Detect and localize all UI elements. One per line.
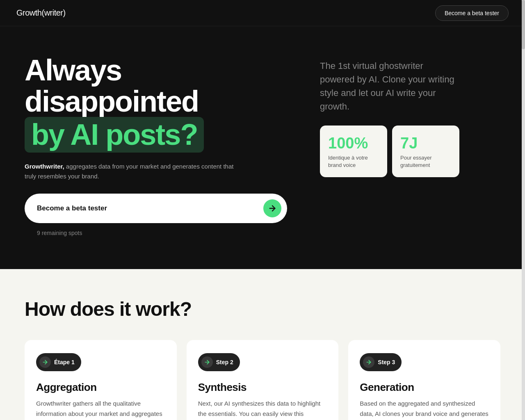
step-badge-3: Step 3	[360, 353, 402, 371]
hero-brand-name: Growthwriter,	[25, 163, 64, 170]
stat-card-1: 100% Identique à votre brand voice	[320, 126, 387, 177]
arrow-right-icon	[263, 199, 281, 217]
step-arrow-icon-2	[201, 356, 213, 368]
hero-subtitle: Growthwriter, aggregates data from your …	[25, 162, 238, 181]
step-arrow-icon-3	[363, 356, 374, 368]
stat-label-2: Pour essayer gratuitement	[400, 154, 451, 169]
logo-light: (writer)	[41, 8, 65, 17]
hero-right: The 1st virtual ghostwriter powered by A…	[320, 55, 459, 177]
stat-card-2: 7J Pour essayer gratuitement	[392, 126, 459, 177]
remaining-spots: 9 remaining spots	[37, 230, 295, 236]
scrollbar[interactable]	[522, 0, 525, 420]
step-name-3: Generation	[360, 381, 489, 394]
step-label-3: Step 3	[378, 359, 395, 365]
step-label-2: Step 2	[216, 359, 233, 365]
stat-label-1: Identique à votre brand voice	[328, 154, 379, 169]
scrollbar-thumb[interactable]	[522, 0, 525, 49]
steps-grid: Étape 1 Aggregation Growthwriter gathers…	[25, 340, 500, 420]
step-badge-1: Étape 1	[36, 353, 81, 371]
logo-bold: Growth	[16, 8, 41, 17]
hero-section: Always disappointed by AI posts? Growthw…	[0, 26, 525, 269]
step-desc-3: Based on the aggregated and synthesized …	[360, 399, 489, 420]
hero-title-line1: Always disappointed	[25, 54, 199, 118]
step-desc-2: Next, our AI synthesizes this data to hi…	[198, 399, 327, 420]
step-name-2: Synthesis	[198, 381, 327, 394]
step-label-1: Étape 1	[54, 359, 75, 365]
stat-value-2: 7J	[400, 135, 451, 151]
stat-cards: 100% Identique à votre brand voice 7J Po…	[320, 126, 459, 177]
hero-left: Always disappointed by AI posts? Growthw…	[25, 55, 295, 236]
step-card-1: Étape 1 Aggregation Growthwriter gathers…	[25, 340, 177, 420]
stat-value-1: 100%	[328, 135, 379, 151]
navbar: Growth(writer) Become a beta tester	[0, 0, 525, 26]
logo: Growth(writer)	[16, 8, 66, 18]
how-title: How does it work?	[25, 298, 500, 320]
step-card-3: Step 3 Generation Based on the aggregate…	[348, 340, 500, 420]
how-section: How does it work? Étape 1 Aggregation Gr…	[0, 269, 525, 420]
step-desc-1: Growthwriter gathers all the qualitative…	[36, 399, 165, 420]
nav-cta-button[interactable]: Become a beta tester	[435, 5, 509, 21]
hero-right-description: The 1st virtual ghostwriter powered by A…	[320, 59, 459, 113]
step-card-2: Step 2 Synthesis Next, our AI synthesize…	[187, 340, 339, 420]
step-badge-2: Step 2	[198, 353, 240, 371]
hero-title: Always disappointed by AI posts?	[25, 55, 295, 153]
step-arrow-icon-1	[39, 356, 51, 368]
hero-cta-label: Become a beta tester	[37, 204, 107, 212]
hero-cta-button[interactable]: Become a beta tester	[25, 194, 287, 223]
hero-title-highlight: by AI posts?	[25, 117, 204, 153]
step-name-1: Aggregation	[36, 381, 165, 394]
